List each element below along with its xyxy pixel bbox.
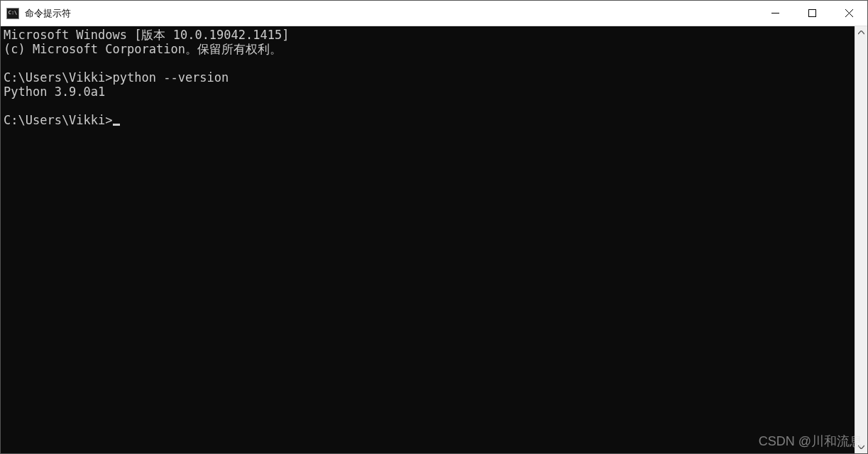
app-icon-glyph: C:\ — [9, 11, 18, 16]
prompt: C:\Users\Vikki> — [4, 70, 113, 85]
titlebar[interactable]: C:\ 命令提示符 — [1, 1, 867, 26]
chevron-down-icon — [858, 445, 864, 449]
close-button[interactable] — [830, 1, 867, 26]
terminal-area: Microsoft Windows [版本 10.0.19042.1415] (… — [1, 26, 867, 453]
minimize-button[interactable] — [757, 1, 793, 26]
vertical-scrollbar[interactable] — [855, 26, 867, 453]
app-icon: C:\ — [6, 8, 19, 19]
chevron-up-icon — [858, 31, 864, 35]
output-line: Python 3.9.0a1 — [4, 85, 105, 99]
maximize-icon — [808, 9, 816, 17]
prompt: C:\Users\Vikki> — [4, 113, 113, 127]
command-prompt-window: C:\ 命令提示符 Microsoft Windows [版本 10.0.190… — [0, 0, 868, 454]
scroll-down-arrow[interactable] — [855, 441, 867, 453]
scroll-up-arrow[interactable] — [855, 26, 867, 39]
close-icon — [845, 9, 853, 17]
svg-rect-1 — [808, 10, 815, 17]
output-line: (c) Microsoft Corporation。保留所有权利。 — [4, 42, 282, 56]
titlebar-left: C:\ 命令提示符 — [1, 7, 71, 20]
maximize-button[interactable] — [793, 1, 830, 26]
terminal-output[interactable]: Microsoft Windows [版本 10.0.19042.1415] (… — [1, 26, 855, 453]
command-text: python --version — [113, 70, 229, 85]
output-line: Microsoft Windows [版本 10.0.19042.1415] — [4, 28, 289, 42]
cursor — [113, 124, 120, 126]
scroll-track[interactable] — [855, 39, 867, 441]
minimize-icon — [771, 9, 779, 17]
window-title: 命令提示符 — [25, 7, 71, 20]
window-controls — [757, 1, 867, 26]
